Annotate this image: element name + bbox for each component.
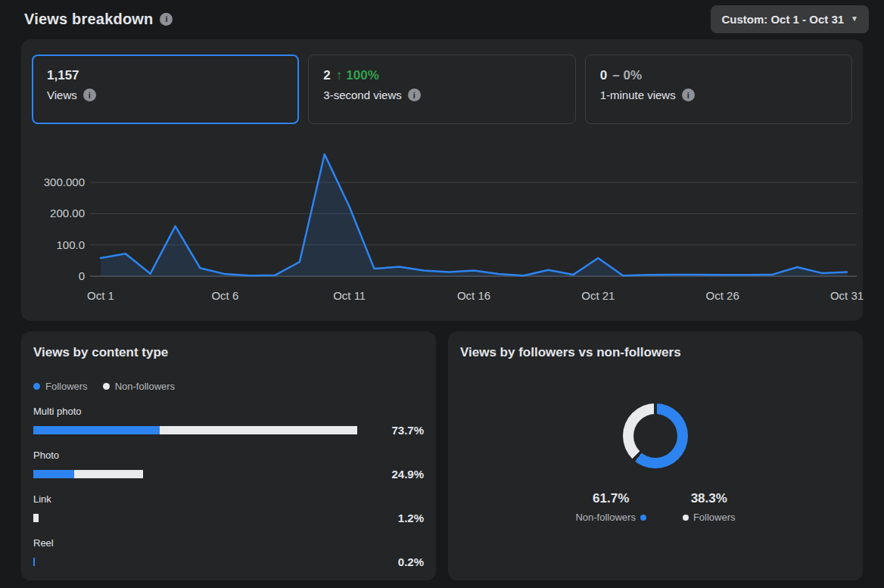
page-title: Views breakdown [24, 11, 153, 28]
followers-stat: 38.3% Followers [683, 491, 736, 523]
bar-category-label: Multi photo [33, 406, 424, 417]
bar [33, 558, 35, 566]
bar-category-label: Link [33, 493, 424, 505]
info-icon[interactable]: i [682, 89, 695, 101]
info-icon[interactable]: i [160, 13, 173, 26]
bar-value-label: 24.9% [371, 468, 424, 481]
bar [33, 514, 39, 522]
donut-wrap [460, 403, 851, 468]
x-axis-tick: Oct 31 [830, 289, 864, 302]
legend-item-followers: Followers [33, 381, 88, 392]
stat-cards-row: 1,157 Views i 2 ↑ 100% 3-second views i [32, 54, 852, 124]
stat-card-3-second-views[interactable]: 2 ↑ 100% 3-second views i [308, 54, 575, 124]
content-type-bars: Multi photo73.7%Photo24.9%Link1.2%Reel0.… [33, 406, 424, 568]
views-line-chart: 0100.0200.00300.000Oct 1Oct 6Oct 11Oct 1… [32, 143, 852, 316]
date-range-button[interactable]: Custom: Oct 1 - Oct 31 ▼ [711, 5, 869, 33]
bar [33, 470, 143, 478]
three-second-views-value: 2 [323, 68, 330, 83]
followers-split-panel: Views by followers vs non-followers 61.7… [448, 331, 863, 580]
x-axis-tick: Oct 11 [333, 289, 366, 302]
y-axis-tick: 300.000 [44, 176, 85, 188]
views-value: 1,157 [47, 68, 79, 83]
followers-dot-icon [33, 383, 40, 390]
y-axis-tick: 0 [79, 269, 85, 282]
non-followers-label: Non-followers [575, 512, 635, 523]
info-icon[interactable]: i [83, 89, 96, 101]
line-chart-area-fill [101, 154, 847, 276]
bar-group: Link1.2% [33, 493, 424, 524]
x-axis-tick: Oct 1 [87, 289, 114, 302]
legend-non-followers-label: Non-followers [115, 381, 175, 392]
one-minute-views-value: 0 [600, 68, 607, 83]
donut-hole [633, 414, 677, 458]
x-axis-tick: Oct 21 [581, 289, 615, 302]
followers-donut-chart [623, 403, 688, 468]
bar-followers-segment [33, 558, 35, 566]
non-followers-dot-icon [640, 515, 646, 521]
views-by-content-type-panel: Views by content type Followers Non-foll… [21, 331, 436, 580]
chevron-down-icon: ▼ [851, 15, 858, 23]
one-minute-views-label: 1-minute views [600, 89, 676, 101]
stat-card-1-minute-views[interactable]: 0 – 0% 1-minute views i [585, 54, 852, 124]
bar-group: Reel0.2% [33, 537, 424, 568]
legend-followers-label: Followers [45, 381, 88, 392]
y-axis-tick: 100.0 [56, 238, 85, 251]
legend-item-non-followers: Non-followers [103, 381, 175, 392]
info-icon[interactable]: i [408, 89, 421, 101]
bar-group: Photo24.9% [33, 450, 424, 481]
content-type-legend: Followers Non-followers [33, 381, 424, 392]
bar-group: Multi photo73.7% [33, 406, 424, 437]
views-breakdown-card: 1,157 Views i 2 ↑ 100% 3-second views i [21, 39, 863, 321]
views-label: Views [47, 89, 77, 101]
bar-followers-segment [33, 470, 74, 478]
line-chart-svg: 0100.0200.00300.000Oct 1Oct 6Oct 11Oct 1… [32, 143, 873, 316]
one-minute-views-delta: 0% [624, 68, 643, 83]
bar-value-label: 1.2% [371, 512, 424, 524]
y-axis-tick: 200.00 [50, 207, 85, 219]
page-header: Views breakdown i Custom: Oct 1 - Oct 31… [0, 0, 884, 39]
followers-label: Followers [693, 512, 736, 523]
followers-split-title: Views by followers vs non-followers [460, 345, 851, 360]
non-followers-dot-icon [103, 383, 110, 390]
line-chart-series [101, 154, 847, 275]
x-axis-tick: Oct 16 [457, 289, 490, 302]
date-range-label: Custom: Oct 1 - Oct 31 [721, 13, 844, 26]
arrow-up-icon: ↑ [336, 68, 343, 83]
bar-category-label: Reel [33, 537, 424, 549]
x-axis-tick: Oct 6 [211, 289, 238, 302]
bar-value-label: 0.2% [371, 555, 424, 568]
followers-split-stats: 61.7% Non-followers 38.3% Followers [460, 491, 851, 523]
bar-followers-segment [33, 426, 160, 434]
x-axis-tick: Oct 26 [706, 289, 739, 302]
three-second-views-label: 3-second views [323, 89, 401, 101]
content-type-title: Views by content type [33, 345, 424, 360]
bottom-panels: Views by content type Followers Non-foll… [21, 331, 863, 580]
bar-value-label: 73.7% [371, 424, 424, 437]
three-second-views-delta: 100% [346, 68, 378, 83]
bar-category-label: Photo [33, 450, 424, 461]
dash-icon: – [612, 68, 619, 83]
stat-card-views[interactable]: 1,157 Views i [32, 54, 299, 124]
bar [33, 426, 357, 434]
non-followers-stat: 61.7% Non-followers [575, 491, 646, 523]
non-followers-value: 61.7% [575, 491, 646, 506]
followers-dot-icon [683, 515, 689, 521]
followers-value: 38.3% [683, 491, 736, 506]
